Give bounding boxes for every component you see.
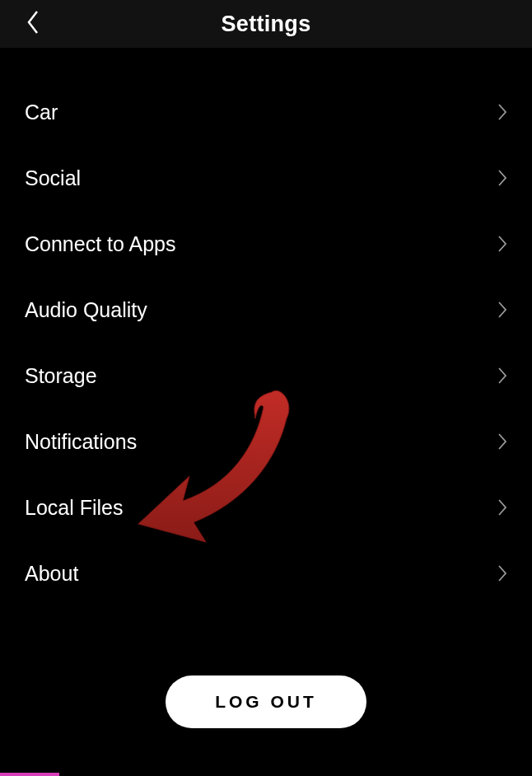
chevron-right-icon — [497, 367, 507, 385]
page-title: Settings — [0, 12, 532, 37]
settings-row-connect-to-apps[interactable]: Connect to Apps — [0, 211, 532, 277]
chevron-left-icon — [26, 10, 40, 38]
back-button[interactable] — [20, 11, 46, 37]
settings-row-label: Connect to Apps — [25, 232, 175, 256]
settings-row-storage[interactable]: Storage — [0, 343, 532, 409]
settings-row-about[interactable]: About — [0, 540, 532, 606]
chevron-right-icon — [497, 301, 507, 319]
logout-container: LOG OUT — [0, 675, 532, 728]
settings-row-label: Local Files — [25, 496, 124, 520]
settings-row-label: Devices — [25, 58, 98, 58]
settings-row-devices[interactable]: Devices — [0, 58, 532, 79]
chevron-right-icon — [497, 103, 507, 121]
settings-row-label: Storage — [25, 364, 97, 388]
chevron-right-icon — [497, 564, 507, 582]
settings-row-label: About — [25, 562, 78, 586]
chevron-right-icon — [497, 235, 507, 253]
settings-row-car[interactable]: Car — [0, 79, 532, 145]
settings-row-local-files[interactable]: Local Files — [0, 474, 532, 540]
settings-row-label: Notifications — [25, 430, 137, 454]
chevron-right-icon — [497, 432, 507, 451]
settings-row-label: Audio Quality — [25, 298, 147, 322]
header-bar: Settings — [0, 0, 532, 53]
settings-row-label: Social — [25, 166, 81, 190]
settings-row-audio-quality[interactable]: Audio Quality — [0, 277, 532, 343]
chevron-right-icon — [497, 169, 507, 187]
settings-row-label: Car — [25, 101, 58, 124]
settings-row-social[interactable]: Social — [0, 145, 532, 211]
settings-row-notifications[interactable]: Notifications — [0, 409, 532, 474]
logout-button[interactable]: LOG OUT — [166, 675, 366, 728]
bottom-accent-bar — [0, 773, 59, 776]
settings-list: Devices Car Social Connect to Apps Audio… — [0, 58, 532, 776]
chevron-right-icon — [497, 498, 507, 517]
